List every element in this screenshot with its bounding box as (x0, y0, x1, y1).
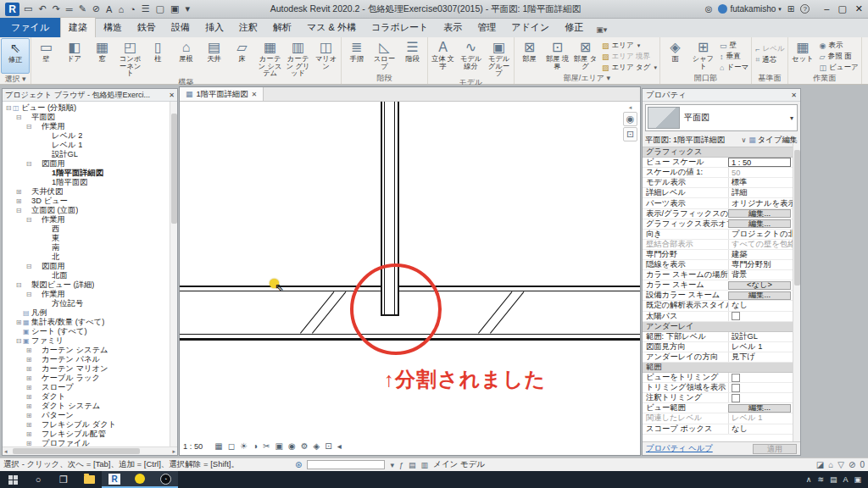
ribbon-tab[interactable]: 建築 (60, 17, 96, 37)
property-value[interactable] (728, 373, 793, 382)
tree-expander-icon[interactable]: ⊞ (25, 430, 33, 438)
scrollbar-thumb[interactable] (171, 114, 177, 224)
ribbon-button[interactable]: ◧ ドア (60, 38, 88, 63)
obs-taskbar-button[interactable]: ◔ (153, 471, 178, 488)
close-button[interactable]: ✕ (855, 3, 863, 14)
tree-expander-icon[interactable]: ⊟ (25, 123, 33, 130)
ribbon-button[interactable]: ▥ カーテン グリッド (284, 38, 312, 77)
tree-expander-icon[interactable]: ⊞ (25, 384, 33, 391)
ribbon-button[interactable]: ⊠ 部屋 タグ (571, 38, 599, 69)
ribbon-button[interactable]: ◫ マリオン (312, 38, 340, 69)
search-button[interactable]: ○ (25, 471, 51, 488)
status-icon[interactable]: ▤ (409, 461, 416, 469)
file-explorer-button[interactable] (76, 471, 102, 488)
qat-icon[interactable]: A (106, 4, 112, 14)
view-control-icon[interactable]: ☀ (240, 441, 248, 451)
tree-expander-icon[interactable]: ⊞ (25, 412, 33, 419)
property-value[interactable]: 専門分野別 (728, 260, 793, 269)
ribbon-button[interactable]: ▯ 柱 (144, 38, 172, 63)
ribbon-button[interactable]: ⊞ シャフト (689, 38, 717, 69)
worksharing-icon[interactable]: ⊛ (295, 460, 302, 469)
ribbon-button[interactable]: ▭ 壁 (32, 38, 60, 63)
property-value[interactable]: 編集... (728, 291, 791, 300)
status-icon[interactable]: ƒ (399, 461, 403, 469)
ribbon-button[interactable]: ⌂ 屋根 (172, 38, 200, 63)
ribbon-group-label[interactable]: 部屋/エリア ▾ (515, 73, 659, 84)
tree-item[interactable]: ⊞ プロファイル (3, 439, 177, 446)
ribbon-tab[interactable]: コラボレート (364, 18, 436, 37)
apply-button[interactable]: 適用 (753, 444, 797, 454)
tree-expander-icon[interactable]: ⊟ (4, 104, 13, 112)
ribbon-small-button[interactable]: ◉ 表示 (820, 40, 859, 51)
qat-icon[interactable]: ↶ (38, 3, 46, 14)
property-value[interactable]: レベル 1 (728, 413, 793, 423)
tray-icon[interactable]: ∧ (806, 475, 812, 484)
scroll-left-icon[interactable]: ◂ (4, 447, 8, 456)
ribbon-button[interactable]: ◺ スロープ (370, 38, 398, 69)
tree-item[interactable]: レベル 2 (3, 131, 177, 141)
property-value[interactable] (728, 312, 793, 321)
ribbon-button[interactable]: ⊡ 部屋 境界 (543, 38, 571, 69)
ribbon-tab[interactable]: 鉄骨 (130, 18, 164, 37)
navigation-wheel-icon[interactable]: ◉ (623, 112, 637, 126)
ribbon-tab[interactable]: 解析 (265, 18, 299, 37)
qat-icon[interactable]: ✎ (79, 3, 86, 14)
app-store-icon[interactable]: ⊞ (787, 4, 794, 14)
search-icon[interactable]: ◎ (705, 4, 713, 14)
tree-item[interactable]: ⊟ 作業用 (3, 215, 177, 225)
properties-help-link[interactable]: プロパティ ヘルプ (646, 443, 713, 454)
tree-item[interactable]: 方位記号 (3, 299, 177, 308)
edit-type-button[interactable]: ▦ タイプ編集 (748, 135, 798, 146)
ribbon-button[interactable]: ⊠ 部屋 (515, 38, 543, 63)
view-control-icon[interactable]: ▦ (214, 441, 222, 451)
ribbon-tab[interactable]: 設備 (164, 18, 198, 37)
tree-item[interactable]: ⊟ 製図ビュー (詳細) (3, 280, 177, 290)
property-value[interactable]: 背景 (728, 270, 793, 280)
selection-filter-icon[interactable]: ◪ (816, 460, 824, 469)
property-value[interactable]: オリジナルを表示 (728, 198, 793, 208)
status-icon[interactable]: ▥ (420, 461, 428, 469)
ribbon-tab[interactable]: ファイル (0, 18, 60, 37)
ribbon-small-button[interactable]: ▨ エリア 境界 (602, 51, 657, 62)
scrollbar-thumb[interactable] (13, 448, 140, 454)
start-button[interactable] (0, 471, 25, 488)
close-icon[interactable]: ✕ (169, 92, 175, 99)
ribbon-tab[interactable]: マス & 外構 (299, 18, 364, 37)
selection-filter-icon[interactable]: ⌂ (828, 460, 833, 469)
tree-item[interactable]: 1階平面図 (3, 178, 177, 187)
tree-item[interactable]: ⊟ 立面図 (立面) (3, 206, 177, 215)
modify-button[interactable]: ⇖ 修正 (1, 38, 30, 74)
revit-taskbar-button[interactable]: R (102, 471, 127, 488)
ribbon-small-button[interactable]: ↕ 垂直 (720, 51, 748, 62)
type-selector[interactable]: 平面図 ▾ (645, 104, 798, 131)
property-row[interactable]: アンダーレイの方向 見下げ (643, 352, 793, 363)
tree-item[interactable]: 1階平面詳細図 (3, 169, 177, 178)
selection-filter-icon[interactable]: 0 (860, 460, 865, 469)
qat-icon[interactable]: ⌂ (118, 4, 124, 14)
ribbon-group-label[interactable]: 選択 ▾ (1, 74, 30, 85)
tree-expander-icon[interactable]: ⊞ (14, 197, 23, 205)
tree-expander-icon[interactable]: ⊟ (14, 207, 23, 214)
maximize-button[interactable]: ▢ (837, 3, 846, 14)
property-value[interactable]: レベル 1 (728, 342, 793, 352)
chevron-down-icon[interactable]: ▾ (790, 114, 797, 122)
ribbon-button[interactable]: ▦ 窓 (88, 38, 116, 63)
view-control-icon[interactable]: ◻ (228, 441, 235, 451)
property-value[interactable] (728, 383, 793, 392)
scrollbar-thumb[interactable] (794, 150, 800, 286)
property-value[interactable]: 編集... (728, 209, 791, 218)
design-option-dropdown[interactable]: メイン モデル (433, 459, 485, 470)
scroll-right-icon[interactable]: ▸ (172, 447, 175, 456)
property-value[interactable]: 編集... (728, 219, 791, 228)
tree-item[interactable]: ⊞ 3D ビュー (3, 197, 177, 206)
property-value[interactable] (728, 393, 793, 402)
tree-item[interactable]: ⊞ ケーブル ラック (3, 374, 177, 383)
tree-item[interactable]: 東 (3, 234, 177, 243)
close-icon[interactable]: ✕ (251, 91, 257, 98)
ribbon-small-button[interactable]: ◫ ビューア (820, 62, 859, 73)
status-icon[interactable]: ▾ (390, 461, 394, 469)
tree-expander-icon[interactable]: ⊞ (25, 440, 33, 446)
tree-expander-icon[interactable]: ⊞ (25, 393, 33, 401)
property-value[interactable]: 設計GL (728, 332, 793, 341)
tray-icon[interactable]: ▤ (830, 475, 837, 484)
